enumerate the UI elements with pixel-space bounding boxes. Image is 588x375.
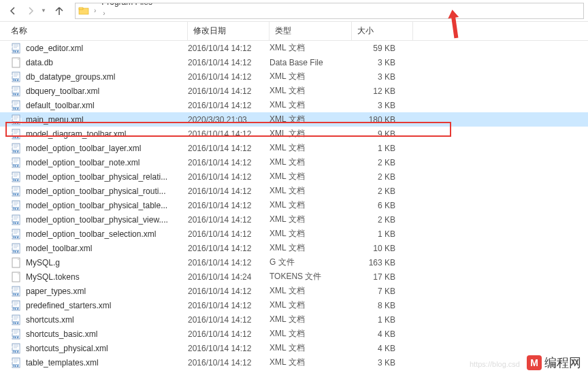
file-icon: XML [11, 86, 22, 97]
file-size: 12 KB [352, 86, 401, 96]
file-size: 10 KB [352, 244, 401, 253]
file-name: model_option_toolbar_physical_view.... [26, 215, 188, 225]
file-date: 2016/10/14 14:12 [188, 301, 270, 310]
file-type: XML 文档 [270, 214, 352, 225]
file-type: XML 文档 [270, 157, 352, 168]
file-date: 2016/10/14 14:12 [188, 229, 270, 239]
file-name: MySQL.g [26, 258, 188, 267]
file-icon: XML [11, 157, 22, 168]
file-type: XML 文档 [270, 71, 352, 82]
file-date: 2016/10/14 14:12 [188, 287, 270, 296]
header-size[interactable]: 大小 [352, 21, 413, 41]
file-row[interactable]: XMLshortcuts_physical.xml2016/10/14 14:1… [0, 341, 588, 355]
watermark-logo: M [527, 355, 542, 370]
file-type: XML 文档 [270, 42, 352, 54]
file-name: shortcuts.xml [26, 315, 188, 325]
file-row[interactable]: XMLmodel_option_toolbar_physical_relati.… [0, 169, 588, 184]
back-button[interactable] [4, 2, 22, 20]
file-row[interactable]: XMLdefault_toolbar.xml2016/10/14 14:12XM… [0, 98, 588, 112]
file-name: MySQL.tokens [26, 272, 188, 282]
file-type: XML 文档 [270, 328, 352, 340]
file-type: XML 文档 [270, 314, 352, 325]
file-icon [11, 272, 22, 282]
file-row[interactable]: XMLdb_datatype_groups.xml2016/10/14 14:1… [0, 69, 588, 84]
file-name: dbquery_toolbar.xml [26, 86, 188, 96]
file-type: XML 文档 [270, 285, 352, 297]
file-row[interactable]: XMLmodel_option_toolbar_layer.xml2016/10… [0, 141, 588, 155]
file-row[interactable]: XMLmodel_option_toolbar_physical_table..… [0, 198, 588, 212]
file-type: XML 文档 [270, 185, 352, 197]
file-row[interactable]: XMLshortcuts.xml2016/10/14 14:12XML 文档1 … [0, 312, 588, 327]
file-date: 2016/10/14 14:12 [188, 101, 270, 110]
file-date: 2016/10/14 14:12 [188, 58, 270, 67]
file-name: code_editor.xml [26, 44, 188, 53]
file-row[interactable]: XMLmodel_option_toolbar_physical_routi..… [0, 184, 588, 198]
file-row[interactable]: MySQL.tokens2016/10/14 14:24TOKENS 文件17 … [0, 270, 588, 284]
breadcrumb-item[interactable]: Program Files [99, 3, 201, 8]
file-icon: XML [11, 243, 22, 254]
file-size: 17 KB [352, 272, 401, 282]
file-row[interactable]: data.db2016/10/14 14:12Data Base File3 K… [0, 55, 588, 69]
file-name: paper_types.xml [26, 287, 188, 296]
file-name: model_option_toolbar_physical_table... [26, 201, 188, 210]
file-row[interactable]: XMLcode_editor.xml2016/10/14 14:12XML 文档… [0, 41, 588, 55]
header-type[interactable]: 类型 [270, 21, 352, 41]
file-type: XML 文档 [270, 357, 352, 368]
file-name: model_toolbar.xml [26, 244, 188, 253]
chevron-right-icon[interactable]: › [91, 7, 99, 14]
file-date: 2016/10/14 14:12 [188, 344, 270, 353]
file-date: 2016/10/14 14:12 [188, 358, 270, 368]
header-name[interactable]: 名称 [0, 21, 188, 41]
file-size: 4 KB [352, 329, 401, 339]
file-row[interactable]: XMLmodel_option_toolbar_physical_view...… [0, 212, 588, 227]
file-type: XML 文档 [270, 299, 352, 311]
file-size: 2 KB [352, 186, 401, 196]
file-icon: XML [11, 200, 22, 211]
file-icon: XML [11, 71, 22, 82]
file-type: XML 文档 [270, 342, 352, 354]
forward-button[interactable] [22, 2, 39, 20]
file-row[interactable]: XMLmain_menu.xml2020/3/30 21:03XML 文档180… [0, 112, 588, 127]
file-size: 9 KB [352, 129, 401, 139]
file-date: 2016/10/14 14:12 [188, 144, 270, 153]
file-row[interactable]: MySQL.g2016/10/14 14:12G 文件163 KB [0, 255, 588, 270]
file-row[interactable]: XMLpredefined_starters.xml2016/10/14 14:… [0, 298, 588, 312]
file-date: 2016/10/14 14:12 [188, 86, 270, 96]
file-icon: XML [11, 143, 22, 154]
file-row[interactable]: XMLshortcuts_basic.xml2016/10/14 14:12XM… [0, 327, 588, 341]
file-name: model_diagram_toolbar.xml [26, 129, 188, 139]
file-name: shortcuts_basic.xml [26, 329, 188, 339]
file-row[interactable]: XMLmodel_toolbar.xml2016/10/14 14:12XML … [0, 241, 588, 255]
file-name: model_option_toolbar_layer.xml [26, 144, 188, 153]
file-date: 2016/10/14 14:12 [188, 186, 270, 196]
file-icon: XML [11, 286, 22, 297]
breadcrumb-item[interactable]: MySQL [99, 18, 201, 19]
chevron-right-icon[interactable]: › [99, 10, 108, 17]
file-row[interactable]: XMLpaper_types.xml2016/10/14 14:12XML 文档… [0, 284, 588, 298]
file-list[interactable]: XMLcode_editor.xml2016/10/14 14:12XML 文档… [0, 41, 588, 374]
navigation-toolbar: ▼ › 此电脑›本地磁盘 (C:)›Program Files›MySQL›My… [0, 0, 588, 22]
file-name: shortcuts_physical.xml [26, 344, 188, 353]
file-row[interactable]: XMLmodel_option_toolbar_selection.xml201… [0, 227, 588, 241]
file-name: table_templates.xml [26, 358, 188, 368]
file-size: 3 KB [352, 58, 401, 67]
svg-rect-1 [79, 7, 83, 10]
watermark-url: https://blog.csd [470, 360, 520, 368]
file-size: 1 KB [352, 144, 401, 153]
file-row[interactable]: XMLmodel_diagram_toolbar.xml2016/10/14 1… [0, 127, 588, 141]
file-date: 2016/10/14 14:12 [188, 129, 270, 139]
file-size: 4 KB [352, 344, 401, 353]
file-name: default_toolbar.xml [26, 101, 188, 110]
file-icon: XML [11, 114, 22, 125]
file-row[interactable]: XMLmodel_option_toolbar_note.xml2016/10/… [0, 155, 588, 169]
file-name: model_option_toolbar_physical_relati... [26, 172, 188, 182]
file-name: db_datatype_groups.xml [26, 72, 188, 82]
up-button[interactable] [50, 2, 68, 20]
address-bar[interactable]: › 此电脑›本地磁盘 (C:)›Program Files›MySQL›MySQ… [75, 3, 584, 19]
file-size: 7 KB [352, 287, 401, 296]
history-dropdown[interactable]: ▼ [39, 7, 48, 14]
file-date: 2016/10/14 14:12 [188, 215, 270, 225]
header-date[interactable]: 修改日期 [188, 21, 270, 41]
file-size: 180 KB [352, 115, 401, 125]
file-row[interactable]: XMLdbquery_toolbar.xml2016/10/14 14:12XM… [0, 84, 588, 98]
